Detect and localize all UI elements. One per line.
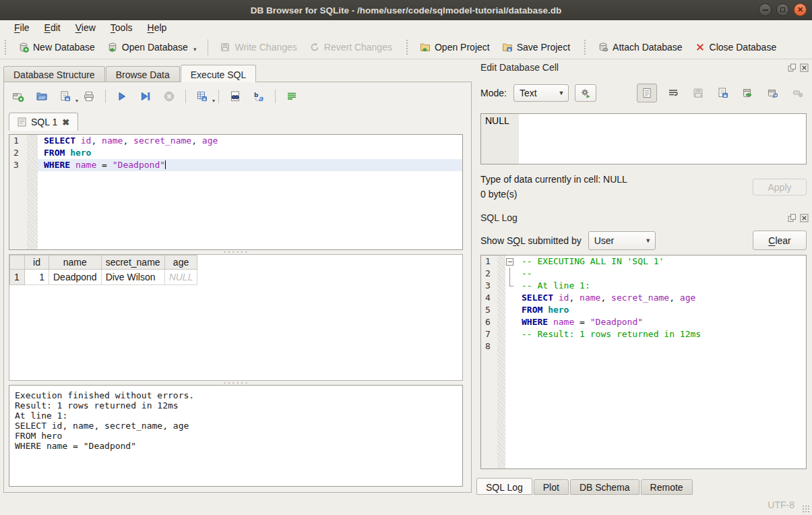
write-changes-button: Write Changes [214, 39, 303, 55]
cell-age[interactable]: NULL [164, 270, 197, 285]
menu-view[interactable]: View [68, 21, 103, 34]
cell-id[interactable]: 1 [25, 270, 49, 285]
link-icon [767, 87, 779, 99]
column-header-name[interactable]: name [49, 255, 102, 270]
open-sql-file-button[interactable] [34, 89, 49, 104]
tab-browse-data[interactable]: Browse Data [106, 66, 180, 82]
save-results-button[interactable]: ▾ [195, 89, 210, 104]
sql-tab-sql1[interactable]: SQL 1 ✖ [9, 113, 78, 131]
log-filter-select[interactable]: User ▼ [588, 231, 656, 250]
execute-sql-pane: ▾ ▾ ba [3, 82, 472, 493]
export-cell-button[interactable] [739, 84, 757, 102]
message-line: SELECT id, name, secret_name, age [15, 421, 457, 431]
cell-value-editor[interactable]: NULL [480, 113, 807, 164]
menu-help[interactable]: Help [140, 21, 175, 34]
new-database-icon [18, 42, 29, 53]
fold-margin [497, 316, 505, 328]
results-grid[interactable]: id name secret_name age 1 1 Deadpond Div… [9, 254, 463, 381]
close-database-button[interactable]: Close Database [689, 39, 783, 55]
fold-marker [505, 316, 516, 328]
save-sql-file-button[interactable]: ▾ [58, 89, 73, 104]
toolbar-separator [208, 39, 208, 55]
menu-file[interactable]: File [7, 21, 37, 34]
tab-execute-sql[interactable]: Execute SQL [181, 65, 257, 82]
svg-text:a: a [258, 94, 263, 103]
set-null-button [789, 84, 807, 102]
new-database-button[interactable]: New Database [12, 39, 101, 55]
open-database-dropdown-caret[interactable]: ▾ [193, 46, 197, 53]
column-header-id[interactable]: id [25, 255, 49, 270]
toolbar-button-label: Revert Changes [324, 42, 392, 53]
minimize-button[interactable] [759, 3, 772, 16]
row-header[interactable]: 1 [10, 270, 25, 285]
save-results-dropdown-caret[interactable]: ▾ [212, 98, 215, 104]
new-sql-tab-button[interactable] [11, 89, 26, 104]
toolbar-separator [275, 90, 276, 103]
corner-header [10, 255, 25, 270]
find-button[interactable] [228, 89, 243, 104]
close-button[interactable]: ✕ [794, 3, 807, 16]
export-icon [742, 87, 754, 99]
toolbar-drag-handle[interactable] [406, 40, 410, 55]
save-as-cell-button[interactable] [714, 84, 732, 102]
text-view-button[interactable] [637, 84, 657, 102]
find-replace-button[interactable]: ba [251, 89, 266, 104]
dock-close-icon[interactable] [800, 213, 809, 222]
write-changes-icon [220, 42, 230, 53]
mode-select[interactable]: Text ▼ [513, 84, 569, 102]
cell-value-text: NULL [481, 114, 519, 164]
save-sql-dropdown-caret[interactable]: ▾ [75, 98, 78, 104]
log-line: 7-- Result: 1 rows returned in 12ms [481, 328, 806, 340]
maximize-button[interactable] [776, 3, 789, 16]
print-sql-button[interactable] [82, 89, 96, 104]
line-number: 2 [481, 268, 497, 280]
sql-tab-close-icon[interactable]: ✖ [62, 117, 69, 127]
text-document-icon [641, 87, 653, 99]
resize-grip-icon[interactable] [802, 505, 810, 513]
column-header-age[interactable]: age [164, 255, 197, 270]
column-header-secret-name[interactable]: secret_name [101, 255, 164, 270]
auto-switch-mode-button[interactable] [575, 84, 596, 102]
sql-editor[interactable]: 1SELECT id, name, secret_name, age 2FROM… [9, 134, 463, 250]
chevron-down-icon: ▼ [642, 237, 655, 244]
open-project-button[interactable]: Open Project [414, 39, 496, 55]
cell-value-content-area[interactable] [519, 114, 806, 164]
tab-database-structure[interactable]: Database Structure [3, 66, 105, 82]
open-database-button[interactable]: Open Database ▾ [101, 39, 203, 55]
dock-float-icon[interactable] [788, 213, 797, 222]
toolbar-button-label: Write Changes [235, 42, 296, 53]
word-wrap-button[interactable] [284, 89, 299, 104]
gear-icon [580, 87, 592, 99]
menu-edit[interactable]: Edit [37, 21, 68, 34]
sql-document-icon [18, 117, 26, 127]
fold-marker-icon[interactable] [505, 255, 516, 268]
gutter [481, 353, 497, 469]
toolbar-separator [218, 90, 219, 103]
save-project-button[interactable]: Save Project [496, 39, 576, 55]
cell-secret-name[interactable]: Dive Wilson [101, 270, 164, 285]
execute-all-button[interactable] [115, 89, 129, 104]
execute-line-button[interactable] [138, 89, 153, 104]
attach-database-button[interactable]: Attach Database [592, 39, 689, 55]
word-wrap-cell-button[interactable] [664, 84, 682, 102]
toolbar-drag-handle[interactable] [5, 40, 8, 55]
editor-empty-area [9, 171, 462, 250]
cell-name[interactable]: Deadpond [49, 270, 102, 285]
sql-log-view[interactable]: 1-- EXECUTING ALL IN 'SQL 1' 2-- 3-- At … [480, 255, 807, 469]
toolbar-drag-handle[interactable] [584, 40, 588, 55]
edit-cell-dock-title: Edit Database Cell [480, 62, 559, 73]
chevron-down-icon: ▼ [555, 90, 568, 96]
dock-close-icon[interactable] [800, 63, 809, 71]
save-as-icon [717, 87, 729, 99]
fold-marker-icon [505, 280, 516, 292]
log-empty-area [481, 353, 806, 469]
toolbar-button-label: Save Project [517, 42, 570, 53]
dock-float-icon[interactable] [788, 63, 797, 71]
fold-margin [27, 159, 38, 171]
menu-tools[interactable]: Tools [103, 21, 140, 34]
message-line: Result: 1 rows returned in 12ms [15, 400, 457, 411]
open-external-button[interactable] [764, 84, 782, 102]
clear-log-button[interactable]: Clear [753, 231, 807, 250]
sql-log-dock-controls [788, 213, 809, 222]
mode-label: Mode: [480, 88, 507, 98]
